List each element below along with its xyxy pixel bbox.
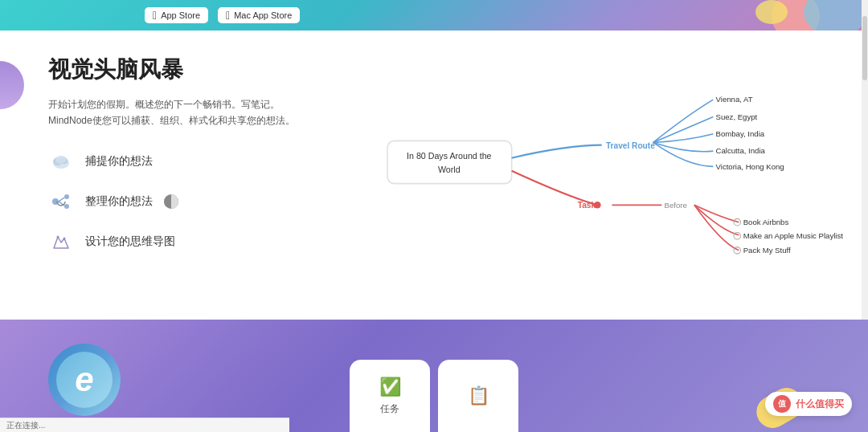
logo-inner-circle: e	[56, 352, 113, 408]
svg-text:Book Airbnbs: Book Airbnbs	[743, 218, 789, 226]
bottom-section: e ✅ 任务 📋 值 什么值得买	[0, 320, 868, 432]
svg-text:Tasks: Tasks	[578, 201, 600, 210]
logo-outer-circle: e	[48, 344, 121, 416]
status-text: 正在连接...	[6, 420, 45, 431]
design-icon	[48, 229, 74, 255]
top-banner-decoration	[707, 0, 868, 31]
feature-label-design: 设计您的思维导图	[85, 234, 175, 249]
svg-point-28	[734, 247, 741, 255]
feature-item-organize: 整理你的想法	[48, 189, 321, 214]
feature-list: 捕提你的想法 整理你的想法	[48, 149, 321, 255]
page-title: 视觉头脑风暴	[48, 55, 321, 85]
svg-text:Calcutta, India: Calcutta, India	[716, 146, 766, 155]
topleft-decoration	[0, 61, 24, 109]
svg-text:World: World	[438, 165, 461, 174]
feature-label-organize: 整理你的想法	[85, 194, 153, 209]
mind-map-container: In 80 Days Around the World Travel Route…	[370, 47, 868, 304]
deco-blue-circle	[804, 0, 868, 31]
svg-text:Pack My Stuff: Pack My Stuff	[743, 246, 791, 255]
svg-text:Vienna, AT: Vienna, AT	[716, 95, 753, 104]
deco-yellow-circle	[755, 0, 788, 24]
apple-icon-mac: 	[226, 10, 230, 21]
svg-text:Travel Route: Travel Route	[606, 141, 655, 150]
logo-letter: e	[75, 363, 93, 397]
svg-point-6	[64, 204, 69, 209]
feature-item-capture: 捕提你的想法	[48, 149, 321, 174]
notes-icon: 📋	[468, 385, 489, 406]
tasks-label: 任务	[380, 402, 399, 416]
svg-point-10	[57, 235, 59, 238]
svg-text:In 80 Days Around the: In 80 Days Around the	[407, 151, 492, 161]
svg-point-5	[64, 194, 69, 199]
page-description: 开始计划您的假期。概述您的下一个畅销书。写笔记。MindNode使您可以捕获、组…	[48, 96, 321, 129]
svg-text:Victoria, Hong Kong: Victoria, Hong Kong	[716, 162, 784, 171]
organize-icon	[48, 189, 74, 214]
feature-item-design: 设计您的思维导图	[48, 229, 321, 255]
svg-point-3	[55, 156, 67, 164]
cloud-icon	[48, 149, 74, 174]
svg-rect-12	[387, 141, 512, 183]
zhidemai-badge[interactable]: 值 什么值得买	[765, 392, 852, 416]
mac-app-store-button[interactable]:  Mac App Store	[218, 7, 300, 23]
svg-point-26	[734, 232, 741, 239]
status-bar: 正在连接...	[0, 418, 289, 432]
bottom-card-notes[interactable]: 📋	[438, 360, 518, 432]
top-banner:  App Store  Mac App Store	[0, 0, 868, 31]
app-logo: e	[48, 344, 129, 424]
app-store-label: App Store	[161, 10, 200, 20]
svg-text:Before: Before	[665, 201, 687, 210]
apple-icon: 	[153, 10, 157, 21]
svg-line-7	[59, 198, 64, 202]
svg-point-11	[63, 237, 66, 239]
bottom-cards-container: ✅ 任务 📋	[350, 360, 518, 432]
svg-text:Make an Apple Music Playlist: Make an Apple Music Playlist	[743, 231, 844, 240]
mac-app-store-label: Mac App Store	[234, 10, 292, 20]
bottom-card-tasks[interactable]: ✅ 任务	[350, 360, 430, 432]
svg-text:Bombay, India: Bombay, India	[716, 129, 765, 138]
svg-text:Suez, Egypt: Suez, Egypt	[716, 112, 758, 121]
tasks-icon: ✅	[379, 377, 401, 397]
zhidemai-label: 什么值得买	[796, 397, 844, 411]
half-circle-decoration	[164, 194, 178, 209]
app-store-button[interactable]:  App Store	[145, 7, 208, 23]
mind-map-svg: In 80 Days Around the World Travel Route…	[370, 47, 868, 304]
zhidemai-logo: 值	[773, 395, 791, 413]
feature-label-capture: 捕提你的想法	[85, 154, 153, 169]
